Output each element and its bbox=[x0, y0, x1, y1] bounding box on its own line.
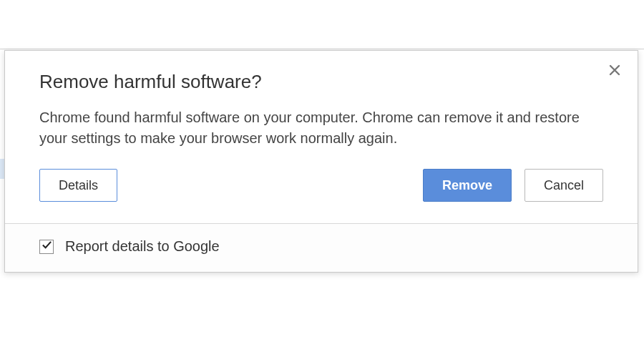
dialog-footer: Report details to Google bbox=[5, 223, 638, 272]
background-separator bbox=[0, 49, 644, 49]
harmful-software-dialog: Remove harmful software? Chrome found ha… bbox=[4, 50, 638, 273]
dialog-button-row: Details Remove Cancel bbox=[39, 169, 603, 202]
checkmark-icon bbox=[42, 240, 52, 253]
dialog-title: Remove harmful software? bbox=[39, 71, 603, 93]
details-button[interactable]: Details bbox=[39, 169, 117, 202]
close-icon bbox=[609, 64, 620, 78]
report-checkbox-label: Report details to Google bbox=[65, 238, 220, 255]
dialog-message: Chrome found harmful software on your co… bbox=[39, 107, 583, 149]
remove-button[interactable]: Remove bbox=[423, 169, 512, 202]
close-button[interactable] bbox=[605, 61, 625, 81]
dialog-body: Remove harmful software? Chrome found ha… bbox=[5, 51, 638, 223]
report-checkbox[interactable]: Report details to Google bbox=[39, 238, 220, 255]
cancel-button[interactable]: Cancel bbox=[525, 169, 603, 202]
checkbox-box bbox=[39, 240, 54, 254]
